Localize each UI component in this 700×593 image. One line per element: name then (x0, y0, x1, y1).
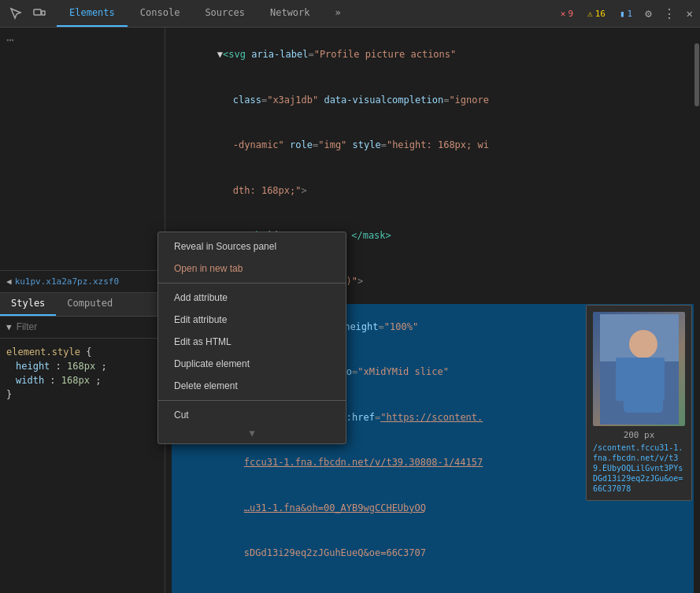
info-count-badge[interactable]: ▮ 1 (616, 7, 636, 20)
tab-list: Elements Console Sources Network » (57, 0, 354, 27)
menu-item-edit-attribute[interactable]: Edit attribute (158, 309, 346, 331)
tab-network[interactable]: Network (257, 0, 323, 27)
filter-input[interactable] (17, 321, 158, 332)
menu-item-cut[interactable]: Cut (158, 404, 346, 426)
image-preview-panel: 200 px /scontent.fccu31-1.fna.fbcdn.net/… (586, 305, 692, 501)
toolbar-icon-group (5, 2, 50, 24)
scrollbar-track[interactable] (694, 28, 700, 593)
tab-styles[interactable]: Styles (0, 293, 56, 316)
close-brace: } (6, 389, 12, 400)
prop-value-height: 168px (67, 361, 95, 372)
menu-item-open-new-tab[interactable]: Open in new tab (158, 258, 346, 280)
element-tree-placeholder: ⋯ (0, 28, 165, 271)
scrollbar-thumb[interactable] (694, 43, 699, 106)
code-panel: element.style { height : 168px ; width :… (0, 339, 165, 594)
prop-name-height: height (16, 361, 50, 372)
warning-icon: ⚠ (587, 9, 593, 19)
menu-item-duplicate-element[interactable]: Duplicate element (158, 353, 346, 375)
info-count: 1 (628, 9, 633, 19)
open-brace: { (86, 347, 91, 358)
styles-computed-tabs: Styles Computed (0, 293, 165, 317)
tab-console[interactable]: Console (128, 0, 193, 27)
filter-icon: ▼ (6, 322, 12, 332)
html-line-1: ▼<svg aria-label="Profile picture action… (172, 32, 694, 78)
context-menu-divider-2 (158, 400, 346, 401)
prop-name-width: width (16, 375, 44, 386)
svg-point-4 (629, 330, 657, 358)
context-menu: Reveal in Sources panel Open in new tab … (157, 232, 346, 444)
svg-rect-7 (649, 358, 665, 401)
error-count-badge[interactable]: ✕ 9 (557, 7, 577, 20)
devtools-toolbar: Elements Console Sources Network » ✕ 9 ⚠… (0, 0, 700, 28)
html-line-4: dth: 168px;"> (172, 169, 694, 214)
tab-elements[interactable]: Elements (57, 0, 128, 27)
breadcrumb: ◀ ku1pv.x1a2a7pz.xzsf0 (0, 271, 165, 293)
close-devtools-button[interactable]: ✕ (684, 5, 695, 22)
html-line-12: sDGd13i29eq2zJGuhEueQ&oe=66C3707 (172, 531, 694, 576)
warning-count-badge[interactable]: ⚠ 16 (583, 7, 609, 20)
person-svg (600, 314, 679, 424)
css-selector: element.style (6, 347, 80, 358)
more-options-button[interactable]: ⋮ (661, 4, 678, 24)
element-picker-button[interactable] (5, 2, 27, 24)
scroll-indicator: ▼ (158, 426, 346, 440)
svg-rect-0 (34, 9, 41, 15)
preview-url: /scontent.fccu31-1.fna.fbcdn.net/v/t39.E… (593, 443, 685, 494)
prop-value-width: 168px (61, 375, 90, 386)
menu-item-add-attribute[interactable]: Add attribute (158, 287, 346, 309)
preview-size: 200 px (593, 430, 685, 440)
menu-item-reveal-sources[interactable]: Reveal in Sources panel (158, 235, 346, 258)
element-style-rule: element.style { height : 168px ; width :… (6, 345, 158, 402)
html-line-3: -dynamic" role="img" style="height: 168p… (172, 123, 694, 169)
breadcrumb-text: ku1pv.x1a2a7pz.xzsf0 (15, 276, 119, 287)
error-count: 9 (568, 9, 573, 19)
tab-computed[interactable]: Computed (56, 293, 124, 316)
svg-rect-6 (616, 358, 631, 401)
triangle-down-1[interactable]: ▼ (217, 49, 223, 60)
info-icon: ▮ (620, 9, 625, 19)
toolbar-right: ✕ 9 ⚠ 16 ▮ 1 ⚙ ⋮ ✕ (557, 4, 695, 24)
html-line-13: height: 168px; width: 168px;"> (172, 576, 694, 593)
dots-menu[interactable]: ⋯ (0, 28, 165, 52)
filter-bar: ▼ (0, 317, 165, 339)
menu-item-delete-element[interactable]: Delete element (158, 375, 346, 397)
breadcrumb-arrow[interactable]: ◀ (6, 276, 12, 287)
left-sidebar: ⋯ ◀ ku1pv.x1a2a7pz.xzsf0 Styles Computed… (0, 28, 165, 593)
tab-more[interactable]: » (323, 0, 354, 27)
context-menu-divider-1 (158, 283, 346, 284)
html-line-2: class="x3aj1db" data-visualcompletion="i… (172, 78, 694, 124)
warning-count: 16 (595, 9, 606, 19)
preview-image (593, 312, 685, 426)
css-property-1: height : 168px ; (6, 359, 158, 373)
settings-gear-button[interactable]: ⚙ (643, 5, 654, 22)
tab-sources[interactable]: Sources (192, 0, 257, 27)
svg-rect-1 (42, 11, 45, 15)
device-toggle-button[interactable] (28, 2, 50, 24)
css-property-2: width : 168px ; (6, 373, 158, 387)
error-icon: ✕ (561, 9, 566, 19)
menu-item-edit-html[interactable]: Edit as HTML (158, 331, 346, 353)
